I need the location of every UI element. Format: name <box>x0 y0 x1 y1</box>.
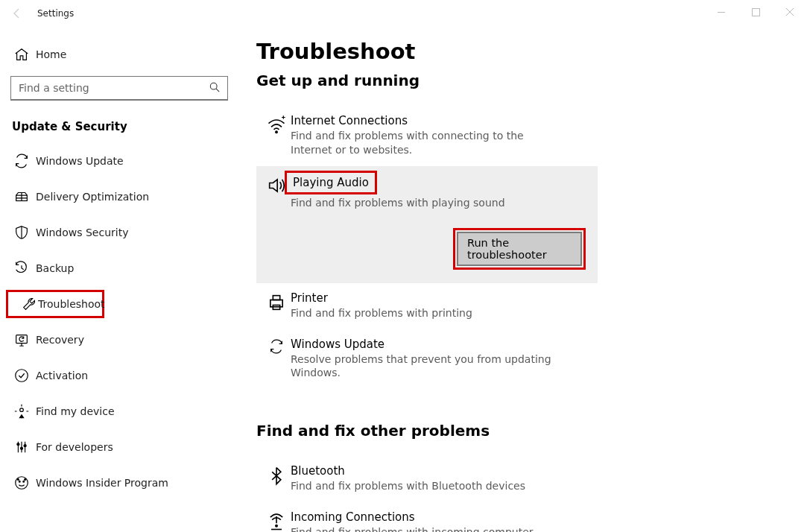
back-button[interactable] <box>0 0 34 27</box>
svg-point-7 <box>24 445 26 447</box>
run-troubleshooter-highlight: Run the troubleshooter <box>453 228 586 270</box>
home-label: Home <box>36 48 66 60</box>
troubleshooter-description: Find and fix problems with incoming comp… <box>291 525 566 532</box>
troubleshooter-title: Printer <box>291 291 328 305</box>
sidebar-item-label: Troubleshoot <box>38 298 105 310</box>
troubleshooter-title: Internet Connections <box>291 114 408 127</box>
sidebar-item-windows-insider-program[interactable]: Windows Insider Program <box>0 469 238 497</box>
sidebar-item-label: Backup <box>36 262 74 274</box>
svg-point-3 <box>16 370 28 382</box>
troubleshooter-windows-update[interactable]: Windows UpdateResolve problems that prev… <box>256 329 598 390</box>
svg-point-6 <box>20 447 22 449</box>
close-button[interactable] <box>773 0 807 24</box>
sidebar-item-label: Windows Insider Program <box>36 477 168 489</box>
troubleshooter-description: Find and fix problems with connecting to… <box>291 129 566 157</box>
wifi-icon <box>262 113 291 157</box>
svg-point-8 <box>16 477 28 490</box>
svg-point-5 <box>17 443 19 446</box>
sidebar-item-label: Activation <box>36 370 88 381</box>
sync-icon <box>13 153 36 169</box>
svg-rect-15 <box>273 295 279 300</box>
sidebar-item-label: Windows Update <box>36 155 124 167</box>
svg-point-12 <box>25 479 26 481</box>
search-icon <box>209 82 220 95</box>
developer-icon <box>13 439 36 455</box>
sidebar-item-label: For developers <box>36 441 113 453</box>
sidebar-section-header: Update & Security <box>0 114 238 147</box>
insider-icon <box>13 475 36 491</box>
shield-icon <box>13 224 36 241</box>
svg-point-4 <box>20 408 24 412</box>
wrench-icon <box>22 296 38 312</box>
troubleshooter-internet-connections[interactable]: Internet ConnectionsFind and fix problem… <box>256 106 598 166</box>
svg-point-10 <box>23 481 25 482</box>
sidebar-item-label: Windows Security <box>36 227 128 238</box>
troubleshooter-title: Bluetooth <box>291 464 345 478</box>
troubleshooter-title: Incoming Connections <box>291 510 415 524</box>
sidebar-item-recovery[interactable]: Recovery <box>0 326 238 354</box>
titlebar: Settings <box>0 0 807 27</box>
minimize-button[interactable] <box>704 0 738 24</box>
sidebar-item-backup[interactable]: Backup <box>0 254 238 282</box>
sidebar-item-label: Find my device <box>36 405 115 417</box>
home-icon <box>13 46 36 63</box>
sidebar-item-find-my-device[interactable]: Find my device <box>0 397 238 425</box>
search-input[interactable]: Find a setting <box>10 76 228 101</box>
svg-rect-2 <box>16 335 28 343</box>
sidebar: Home Find a setting Update & Security Wi… <box>0 27 238 532</box>
window-title: Settings <box>37 8 74 19</box>
recovery-icon <box>13 332 36 348</box>
run-troubleshooter-button[interactable]: Run the troubleshooter <box>457 232 582 266</box>
troubleshooter-title: Windows Update <box>291 338 384 351</box>
sidebar-item-label: Recovery <box>36 334 84 346</box>
home-nav[interactable]: Home <box>0 40 238 69</box>
maximize-button[interactable] <box>738 0 773 24</box>
troubleshooter-description: Find and fix problems with Bluetooth dev… <box>291 479 566 493</box>
svg-point-9 <box>19 481 20 482</box>
sidebar-item-for-developers[interactable]: For developers <box>0 433 238 461</box>
svg-point-11 <box>18 479 19 481</box>
incoming-icon <box>262 510 291 532</box>
history-icon <box>13 260 36 276</box>
sidebar-item-activation[interactable]: Activation <box>0 361 238 390</box>
troubleshooter-description: Find and fix problems with printing <box>291 306 566 320</box>
svg-point-0 <box>210 83 217 89</box>
sidebar-item-troubleshoot[interactable]: Troubleshoot <box>6 290 104 318</box>
troubleshooter-description: Resolve problems that prevent you from u… <box>291 352 566 381</box>
troubleshooter-bluetooth[interactable]: BluetoothFind and fix problems with Blue… <box>256 456 598 502</box>
main-content: Troubleshoot Get up and running Internet… <box>238 27 807 532</box>
window-controls <box>704 0 807 24</box>
troubleshooter-description: Find and fix problems with playing sound <box>291 196 566 210</box>
svg-point-13 <box>276 131 277 133</box>
section2-title: Find and fix other problems <box>256 422 807 440</box>
troubleshooter-incoming-connections[interactable]: Incoming ConnectionsFind and fix problem… <box>256 502 598 532</box>
troubleshooter-title: Playing Audio <box>285 171 377 194</box>
section1-title: Get up and running <box>256 72 807 89</box>
page-title: Troubleshoot <box>256 39 807 64</box>
location-icon <box>13 403 36 419</box>
printer-icon <box>262 291 291 320</box>
sidebar-item-windows-update[interactable]: Windows Update <box>0 147 238 175</box>
delivery-icon <box>13 189 36 205</box>
check-circle-icon <box>13 367 36 384</box>
sync-icon <box>262 337 291 381</box>
sidebar-item-label: Delivery Optimization <box>36 191 149 203</box>
sidebar-item-delivery-optimization[interactable]: Delivery Optimization <box>0 183 238 211</box>
sidebar-item-windows-security[interactable]: Windows Security <box>0 218 238 247</box>
bluetooth-icon <box>262 463 291 493</box>
svg-rect-14 <box>270 300 282 306</box>
troubleshooter-playing-audio[interactable]: Playing AudioFind and fix problems with … <box>256 166 598 283</box>
svg-point-17 <box>276 525 277 527</box>
search-placeholder: Find a setting <box>19 82 89 94</box>
troubleshooter-printer[interactable]: PrinterFind and fix problems with printi… <box>256 283 598 329</box>
